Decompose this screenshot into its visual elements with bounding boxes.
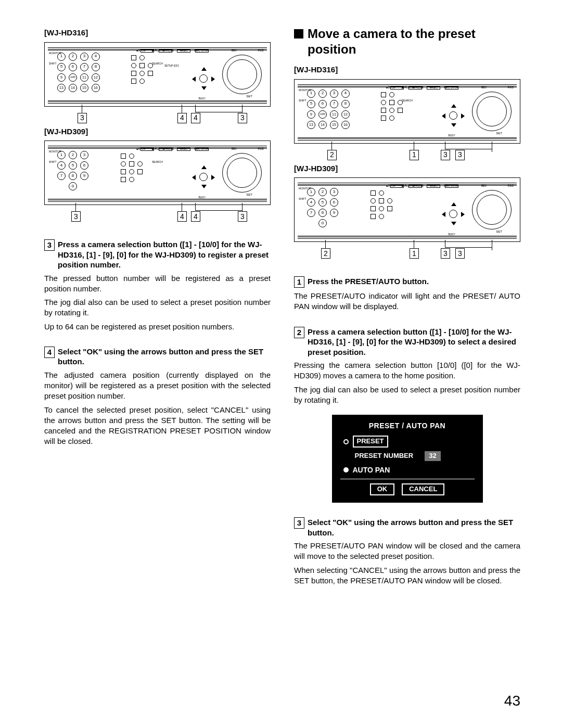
step-number: 4 [44,347,55,358]
body-text: To cancel the selected preset position, … [44,405,271,447]
callouts-309-right: 2 1 3 3 [294,240,520,259]
front-panel-309: ■STOP ▶PLAY/■PAUSE ●REC REC STOP MONITOR… [44,141,271,205]
step-title: Press a camera selection button ([1] - [… [58,239,271,270]
osd-ok-button: OK [370,483,395,495]
callouts-309-left: 3 4 4 3 [44,203,271,222]
osd-option-autopan: AUTO PAN [343,465,475,475]
page-number: 43 [504,692,520,710]
osd-preset-number-value: 32 [425,451,440,461]
osd-preset-number-label: PRESET NUMBER [355,452,414,461]
model-label-316-r: [WJ-HD316] [294,65,520,75]
lbl-fwd: FWD [258,49,264,53]
lbl-rev: REV [232,49,237,53]
step-title: Select "OK" using the arrows button and … [58,347,271,367]
camera-buttons-309: 123 456 789 0 [57,151,88,190]
right-column: Move a camera to the preset position [WJ… [294,26,520,586]
body-text: Up to 64 can be registered as preset pos… [44,322,271,332]
body-text: When selecting "CANCEL" using the arrows… [294,565,520,586]
step-number: 1 [294,276,304,288]
front-panel-309-r: ■STOP ▶PLAY/■PAUSE ●REC REC STOP MONITOR… [294,177,520,242]
front-panel-316-r: ■STOP ▶PLAY/■PAUSE ●REC REC STOP MONITOR… [294,79,520,144]
osd-cancel-button: CANCEL [402,483,444,495]
step-title: Select "OK" using the arrows button and … [308,517,520,538]
arrows-pad [192,67,215,90]
square-bullet-icon [294,29,303,39]
callouts-316-left: 3 4 4 3 [44,105,271,123]
step-number: 3 [294,517,304,529]
front-panel-316: ■STOP ▶PLAY/■PAUSE ●REC REC STOP MONITOR… [44,42,271,107]
body-text: The adjusted camera position (currently … [44,370,271,402]
step-title: Press a camera selection button ([1] - [… [308,327,520,357]
callouts-316-right: 2 1 3 3 [294,142,520,160]
section-title-text: Move a camera to the preset position [308,26,520,57]
step-number: 2 [294,327,304,338]
body-text: The pressed button number will be regist… [44,273,271,295]
jog-dial [222,55,262,94]
lbl-setup: SETUP ESC [164,64,179,68]
model-label-309: [WJ-HD309] [44,126,271,137]
osd-option-preset: PRESET [343,436,475,448]
step1-right-heading: 1 Press the PRESET/AUTO button. [294,276,520,288]
radio-empty-icon [343,439,349,444]
lbl-busy: BUSY [198,97,206,100]
lbl-set: SET [246,95,252,99]
osd-buttons: OK CANCEL [340,483,475,495]
camera-buttons-316: 1234 5678 910/01112 13141516 [57,53,100,92]
osd-autopan-label: AUTO PAN [353,465,390,475]
step4-left-heading: 4 Select "OK" using the arrows button an… [44,347,271,367]
step-title: Press the PRESET/AUTO button. [308,276,520,287]
body-text: The PRESET/AUTO PAN window will be close… [294,541,520,562]
osd-preset-label: PRESET [353,436,388,448]
body-text: The PRESET/AUTO indicator will light and… [294,291,520,312]
body-text: The jog dial also can be used to select … [44,297,271,318]
body-text: Pressing the camera selection button [10… [294,360,520,381]
model-label-309-r: [WJ-HD309] [294,163,520,174]
osd-window: PRESET / AUTO PAN PRESET PRESET NUMBER 3… [332,415,483,503]
step3-left-heading: 3 Press a camera selection button ([1] -… [44,239,271,270]
mid-icons [131,53,168,98]
step2-right-heading: 2 Press a camera selection button ([1] -… [294,327,520,357]
osd-title: PRESET / AUTO PAN [340,421,475,430]
left-column: [WJ-HD316] ■STOP ▶PLAY/■PAUSE ●REC REC S… [44,26,271,586]
lbl-shift: SHIFT [49,62,56,66]
model-label-316: [WJ-HD316] [44,28,271,38]
step3-right-heading: 3 Select "OK" using the arrows button an… [294,517,520,538]
body-text: The jog dial can also be used to select … [294,385,520,406]
osd-preset-number-row: PRESET NUMBER 32 [355,451,475,461]
step-number: 3 [44,239,55,251]
section-heading: Move a camera to the preset position [294,26,520,57]
lbl-search: SEARCH [152,62,163,66]
radio-filled-icon [343,467,349,472]
